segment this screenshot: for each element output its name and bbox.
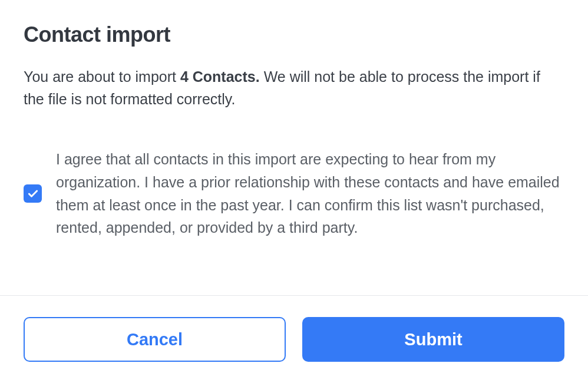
dialog-content: Contact import You are about to import 4…	[0, 0, 588, 295]
description-prefix: You are about to import	[24, 68, 180, 85]
consent-row: I agree that all contacts in this import…	[24, 148, 564, 239]
dialog-description: You are about to import 4 Contacts. We w…	[24, 66, 564, 110]
contact-import-dialog: Contact import You are about to import 4…	[0, 0, 588, 383]
submit-button[interactable]: Submit	[302, 317, 564, 362]
dialog-title: Contact import	[24, 22, 564, 47]
check-icon	[27, 188, 39, 200]
dialog-footer: Cancel Submit	[0, 295, 588, 383]
consent-checkbox[interactable]	[24, 184, 42, 203]
consent-text: I agree that all contacts in this import…	[56, 148, 564, 239]
description-count: 4 Contacts.	[180, 68, 260, 85]
cancel-button[interactable]: Cancel	[24, 317, 286, 362]
